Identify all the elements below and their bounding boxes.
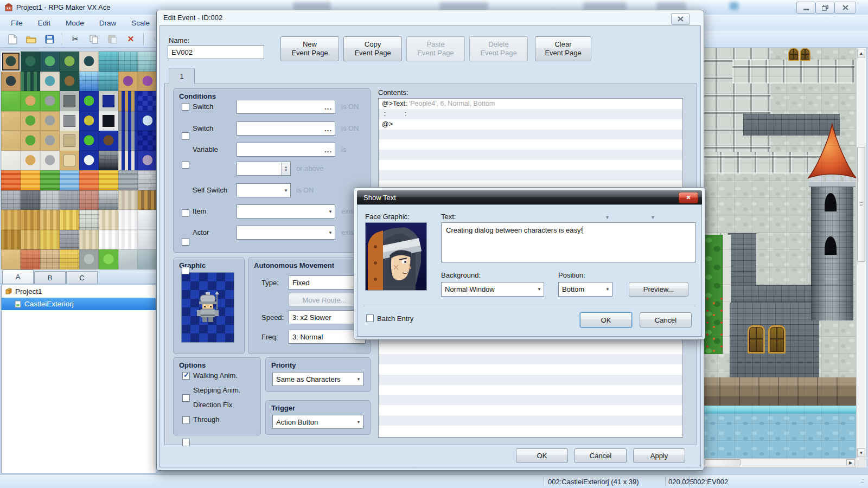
palette-tile[interactable] [79, 170, 99, 190]
contents-row[interactable] [379, 375, 682, 385]
palette-tile[interactable] [40, 91, 60, 111]
contents-row[interactable] [379, 415, 682, 426]
condition-checkbox-item[interactable] [182, 238, 189, 246]
trigger-select[interactable]: Action Button▼ [272, 415, 363, 429]
contents-row[interactable]: @>Text: 'People4', 6, Normal, Bottom [379, 99, 682, 109]
new-event-page-button[interactable]: New Event Page [280, 36, 339, 61]
palette-tile[interactable] [118, 190, 138, 210]
browse-dots-icon[interactable]: ... [324, 103, 332, 111]
tree-root[interactable]: Project1 [2, 285, 156, 298]
face-graphic-box[interactable] [365, 222, 427, 291]
palette-tile[interactable] [118, 72, 138, 92]
palette-tile[interactable] [60, 131, 79, 151]
palette-tile[interactable] [1, 131, 21, 151]
contents-row[interactable]: @> [379, 119, 682, 130]
palette-tile[interactable] [99, 52, 118, 72]
palette-tile[interactable] [21, 131, 40, 151]
palette-tab-c[interactable]: C [66, 271, 98, 284]
palette-tile[interactable] [60, 151, 79, 171]
palette-tile[interactable] [118, 111, 138, 131]
text-option-dropdown-icon[interactable]: ▼ [605, 215, 610, 220]
palette-tile[interactable] [99, 190, 118, 210]
ok-button[interactable]: OK [516, 448, 568, 463]
contents-row[interactable] [379, 364, 682, 375]
delete-icon[interactable]: ✕ [123, 32, 139, 46]
palette-tile[interactable] [118, 52, 138, 72]
palette-tile[interactable] [118, 151, 138, 171]
palette-tile[interactable] [79, 210, 99, 230]
contents-row[interactable] [379, 385, 682, 395]
palette-tile[interactable] [21, 151, 40, 171]
option-checkbox-stepping-anim-[interactable] [182, 394, 190, 402]
palette-tile[interactable] [138, 91, 157, 111]
message-text-input[interactable]: Creating dialog between characters is ea… [441, 222, 696, 262]
palette-tile[interactable] [60, 190, 79, 210]
palette-tile[interactable] [138, 52, 157, 72]
palette-tile[interactable] [1, 249, 21, 269]
palette-tile[interactable] [1, 72, 21, 92]
preview-button[interactable]: Preview... [629, 282, 688, 297]
palette-tab-a[interactable]: A [2, 269, 34, 284]
palette-tile[interactable] [40, 249, 60, 269]
palette-tile[interactable] [79, 151, 99, 171]
condition-checkbox-actor[interactable] [182, 267, 189, 274]
palette-tile[interactable] [118, 210, 138, 230]
restore-button[interactable] [815, 2, 834, 14]
contents-row[interactable] [379, 354, 682, 364]
palette-tile[interactable] [118, 249, 138, 269]
position-select[interactable]: Bottom▼ [558, 282, 612, 297]
batch-entry-checkbox[interactable] [366, 314, 374, 322]
palette-tile[interactable] [21, 52, 40, 72]
menu-mode[interactable]: Mode [58, 17, 92, 29]
palette-tile[interactable] [21, 230, 40, 250]
menu-scale[interactable]: Scale [124, 17, 157, 29]
palette-tile[interactable] [21, 190, 40, 210]
condition-select[interactable]: ▼ [237, 226, 335, 240]
cancel-button[interactable]: Cancel [575, 448, 627, 463]
palette-tile[interactable] [40, 72, 60, 92]
palette-tile[interactable] [138, 190, 157, 210]
palette-tile[interactable] [60, 52, 79, 72]
palette-tile[interactable] [60, 249, 79, 269]
palette-tile[interactable] [99, 210, 118, 230]
show-text-close-button[interactable]: ✕ [679, 192, 698, 203]
contents-row[interactable] [379, 344, 682, 354]
option-checkbox-walking-anim-[interactable] [182, 372, 190, 380]
contents-row[interactable] [379, 170, 682, 181]
palette-tile[interactable] [21, 210, 40, 230]
palette-tile[interactable] [1, 151, 21, 171]
condition-select[interactable]: ▼ [237, 204, 335, 219]
palette-tile[interactable] [60, 111, 79, 131]
palette-tile[interactable] [118, 170, 138, 190]
palette-tile[interactable] [1, 190, 21, 210]
save-project-icon[interactable] [41, 32, 58, 46]
palette-tile[interactable] [99, 111, 118, 131]
palette-tile[interactable] [40, 131, 60, 151]
palette-tile[interactable] [21, 72, 40, 92]
browse-dots-icon[interactable]: ... [324, 125, 332, 133]
palette-tile[interactable] [138, 151, 157, 171]
palette-tile[interactable] [99, 249, 118, 269]
palette-tile[interactable] [60, 210, 79, 230]
palette-tile[interactable] [118, 131, 138, 151]
contents-row[interactable] [379, 139, 682, 150]
scroll-up-icon[interactable]: ▲ [857, 49, 865, 57]
priority-select[interactable]: Same as Characters▼ [272, 372, 363, 386]
palette-tile[interactable] [138, 210, 157, 230]
palette-tile[interactable] [79, 91, 99, 111]
delete-event-page-button[interactable]: Delete Event Page [469, 36, 528, 61]
palette-tile[interactable] [40, 190, 60, 210]
horizontal-scroll-thumb[interactable] [705, 459, 741, 466]
paste-event-page-button[interactable]: Paste Event Page [406, 36, 465, 61]
palette-tile[interactable] [60, 72, 79, 92]
map-vertical-scrollbar[interactable]: ▲ ▼ [856, 48, 866, 458]
palette-tile[interactable] [21, 249, 40, 269]
palette-tile[interactable] [1, 91, 21, 111]
event-page-tab-1[interactable]: 1 [169, 68, 195, 84]
contents-row[interactable] [379, 150, 682, 160]
condition-value-field[interactable]: ... [237, 143, 335, 157]
condition-checkbox-self-switch[interactable] [182, 209, 189, 217]
option-checkbox-through[interactable] [182, 439, 190, 446]
move-route-button[interactable]: Move Route... [289, 293, 360, 307]
menu-file[interactable]: File [3, 17, 30, 29]
